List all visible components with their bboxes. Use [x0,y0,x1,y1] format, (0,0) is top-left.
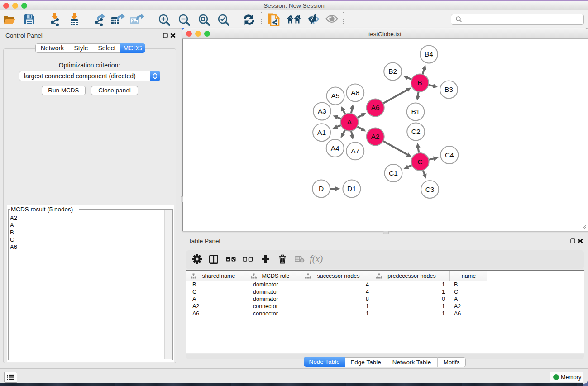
svg-text:C3: C3 [425,186,435,193]
svg-text:C1: C1 [389,169,398,177]
svg-text:A: A [347,118,352,126]
svg-text:B2: B2 [388,67,397,75]
svg-text:C2: C2 [411,128,421,135]
svg-text:D: D [319,185,324,192]
svg-text:B4: B4 [425,50,433,58]
svg-text:A4: A4 [331,144,339,152]
svg-text:B1: B1 [411,108,420,115]
svg-text:B: B [417,79,422,86]
svg-text:B3: B3 [445,86,453,93]
svg-text:A5: A5 [331,92,340,100]
svg-text:A6: A6 [371,104,380,111]
svg-text:C4: C4 [445,151,454,159]
svg-text:A1: A1 [317,129,326,136]
svg-text:C: C [417,158,422,166]
svg-text:D1: D1 [347,185,356,192]
svg-text:A7: A7 [351,147,359,155]
svg-text:A2: A2 [371,133,380,140]
svg-text:A3: A3 [318,107,326,115]
svg-text:A8: A8 [351,89,359,96]
